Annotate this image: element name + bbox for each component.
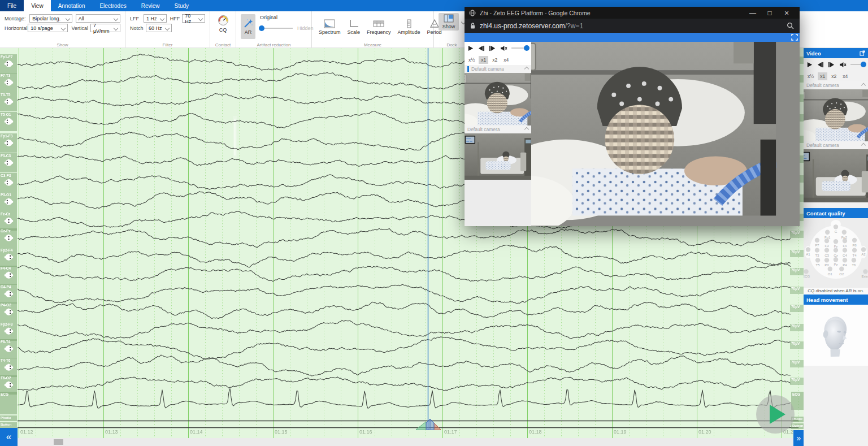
fullscreen-icon[interactable] xyxy=(791,34,798,41)
camera-section-header-2[interactable]: Default camera xyxy=(465,125,531,133)
channel-label-Photic[interactable]: Photic xyxy=(0,415,17,421)
camera-thumbnail-2[interactable] xyxy=(804,149,868,202)
page-forward-button[interactable]: » xyxy=(793,430,804,446)
ar-slider[interactable] xyxy=(260,28,293,29)
speed-button-x4[interactable]: x4 xyxy=(840,72,850,80)
timeline-position-marker[interactable] xyxy=(413,418,444,430)
minimize-button[interactable]: — xyxy=(744,9,761,17)
channel-label-Fp2-F8[interactable]: Fp2-F8 xyxy=(0,322,17,341)
channel-label-F4-C4[interactable]: F4-C4 xyxy=(0,266,17,285)
channel-label-F7-T3[interactable]: F7-T3 xyxy=(0,73,17,92)
lff-label: LFF xyxy=(130,16,144,21)
montage-filter-select[interactable]: All xyxy=(76,14,120,23)
channel-label-P3-O1[interactable]: P3-O1 xyxy=(0,192,17,211)
channel-label-Cz-Pz[interactable]: Cz-Pz xyxy=(0,228,17,248)
speed-button-x2[interactable]: x2 xyxy=(829,72,839,80)
svg-text:T3: T3 xyxy=(815,254,819,257)
vertical-scale-select[interactable]: 7 µV/mm xyxy=(90,24,120,32)
speed-button-x1[interactable]: x1 xyxy=(479,56,488,64)
speed-button-x1[interactable]: x1 xyxy=(818,72,827,80)
speed-button-x½[interactable]: x½ xyxy=(466,56,477,64)
channel-label-Button[interactable]: Button xyxy=(0,422,17,428)
step-forward-button[interactable] xyxy=(489,45,496,51)
svg-text:O2: O2 xyxy=(839,272,844,276)
timeline-tick-01:12: 01:12 xyxy=(20,429,33,435)
play-button[interactable] xyxy=(467,45,474,51)
step-forward-button[interactable] xyxy=(828,62,835,68)
maximize-button[interactable]: □ xyxy=(761,9,778,17)
horizontal-scrollbar[interactable] xyxy=(18,438,793,446)
camera-section-header[interactable]: Default camera xyxy=(465,65,531,73)
popout-icon[interactable] xyxy=(860,50,865,56)
volume-slider[interactable] xyxy=(511,47,528,49)
channel-label-C3-P3[interactable]: C3-P3 xyxy=(0,173,17,192)
channel-label-C4-P4[interactable]: C4-P4 xyxy=(0,284,17,304)
electrode-T5 xyxy=(815,258,820,262)
play-button[interactable] xyxy=(806,62,813,68)
channel-label-T3-T5[interactable]: T3-T5 xyxy=(0,92,17,111)
channel-label-Fp2-F4[interactable]: Fp2-F4 xyxy=(0,248,17,267)
channel-label-T5-O1[interactable]: T5-O1 xyxy=(0,112,17,131)
channel-label-P4-O2[interactable]: P4-O2 xyxy=(0,302,17,322)
volume-slider[interactable] xyxy=(850,64,865,65)
close-button[interactable]: × xyxy=(778,8,795,18)
camera-thumbnail-2[interactable] xyxy=(465,133,531,180)
contact-quality-header[interactable]: Contact quality xyxy=(804,208,868,218)
montage-select[interactable]: Bipolar long. xyxy=(29,14,72,23)
step-back-button[interactable] xyxy=(817,62,824,68)
sidebar-playback-controls xyxy=(804,58,868,71)
video-panel-header[interactable]: Video xyxy=(804,48,868,58)
chrome-video-window[interactable]: Zhi - Zeto EEG Platform - Google Chrome … xyxy=(465,7,800,226)
camera-section-header[interactable]: Default camera xyxy=(804,81,868,89)
channel-label-Fp1-F3[interactable]: Fp1-F3 xyxy=(0,133,17,153)
tab-file[interactable]: File xyxy=(0,0,24,11)
page-back-button[interactable]: « xyxy=(0,428,18,446)
speed-button-x½[interactable]: x½ xyxy=(805,72,816,80)
mute-icon[interactable] xyxy=(839,62,847,68)
volume-handle[interactable] xyxy=(861,62,866,67)
timeline-tick-01:20: 01:20 xyxy=(698,429,711,435)
frequency-button[interactable]: Frequency xyxy=(364,13,393,41)
search-icon[interactable] xyxy=(787,22,794,29)
scrollbar-thumb[interactable] xyxy=(54,439,63,445)
tab-review[interactable]: Review xyxy=(134,0,167,11)
scale-button[interactable]: Scale xyxy=(345,13,363,41)
tab-view[interactable]: View xyxy=(24,0,51,11)
cq-button[interactable]: CQ xyxy=(215,14,231,34)
hff-select[interactable]: 70 Hz xyxy=(182,14,205,23)
channel-label-ECG[interactable]: ECG xyxy=(0,392,17,414)
tab-annotation[interactable]: Annotation xyxy=(51,0,93,11)
channel-label-T4-T6[interactable]: T4-T6 xyxy=(0,358,17,377)
step-back-button[interactable] xyxy=(478,45,485,51)
dock-show-button[interactable]: Show xyxy=(439,13,459,31)
tab-study[interactable]: Study xyxy=(167,0,197,11)
volume-handle[interactable] xyxy=(524,45,530,51)
channel-label-Fp1-F7[interactable]: Fp1-F7 xyxy=(0,54,17,73)
camera-thumbnail-1[interactable] xyxy=(465,73,531,125)
speed-button-x2[interactable]: x2 xyxy=(490,56,500,64)
ar-button[interactable]: AR xyxy=(241,14,255,39)
camera-thumbnail-1[interactable] xyxy=(804,89,868,141)
speed-button-x4[interactable]: x4 xyxy=(501,56,511,64)
camera-section-header-2[interactable]: Default camera xyxy=(804,141,868,149)
channel-label-F3-C3[interactable]: F3-C3 xyxy=(0,153,17,172)
channel-label-F8-T4[interactable]: F8-T4 xyxy=(0,339,17,358)
lff-select[interactable]: 1 Hz xyxy=(144,14,167,23)
svg-text:G: G xyxy=(835,230,837,233)
mute-icon[interactable] xyxy=(500,45,507,51)
chrome-title-bar[interactable]: Zhi - Zeto EEG Platform - Google Chrome … xyxy=(465,7,800,19)
ar-group-label: Artifact reduction xyxy=(236,42,311,47)
amplitude-button[interactable]: Amplitude xyxy=(396,13,423,41)
channel-label-Fz-Cz[interactable]: Fz-Cz xyxy=(0,211,17,231)
head-movement-header[interactable]: Head movement xyxy=(804,295,868,305)
eeg-play-button[interactable] xyxy=(756,395,795,434)
svg-text:F8: F8 xyxy=(853,244,857,247)
chrome-address-bar[interactable]: zhi4.us-prod.zetoserver.com/?w=1 xyxy=(465,19,800,33)
main-video-feed[interactable] xyxy=(531,42,800,226)
tab-electrodes[interactable]: Electrodes xyxy=(92,0,133,11)
spectrum-button[interactable]: Spectrum xyxy=(316,13,343,41)
head-movement-view[interactable] xyxy=(804,305,868,366)
notch-select[interactable]: 60 Hz xyxy=(146,24,172,32)
horizontal-scale-select[interactable]: 10 s/page xyxy=(28,24,68,32)
ar-slider-handle[interactable] xyxy=(259,25,264,31)
